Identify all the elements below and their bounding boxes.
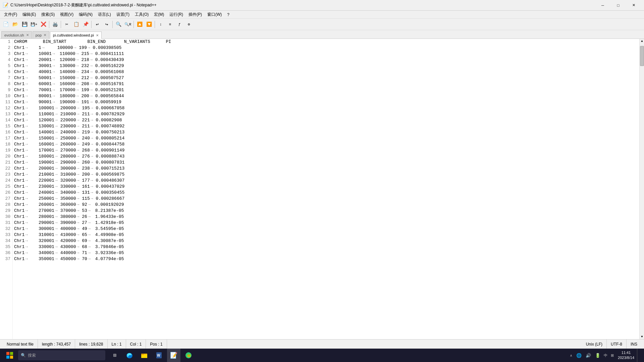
clock-display[interactable]: 11:41 2023/8/14	[616, 349, 636, 362]
cut-button[interactable]: ✂️	[62, 20, 71, 29]
status-ins: INS	[627, 340, 641, 349]
tab-close-icon[interactable]: ✕	[26, 33, 29, 37]
notepadpp-taskbar-icon[interactable]: 📝	[167, 349, 180, 362]
menu-language[interactable]: 语言(L)	[95, 11, 114, 19]
save-all-button[interactable]: 💾+	[30, 20, 38, 29]
tab-other1[interactable]: evolution.sh ✕	[1, 31, 32, 39]
redo-button[interactable]: ↪️	[102, 20, 111, 29]
code-line: Chr1→190001→290000→260→0.000807831	[14, 160, 638, 166]
extra-icon[interactable]: 🐸	[182, 349, 195, 362]
menu-search[interactable]: 搜索(S)	[39, 11, 57, 19]
tray-volume[interactable]: 🔊	[584, 349, 592, 362]
line-number: 35	[1, 244, 10, 250]
tray-ime2[interactable]: ⊞	[609, 349, 615, 362]
code-line: Chr1→120001→220000→221→0.00082908	[14, 117, 638, 123]
tabbar: evolution.sh ✕ pop ✕ pi.cultivated.windo…	[0, 30, 644, 39]
line-number: 8	[1, 81, 10, 87]
search-bar[interactable]: 🔍 搜索	[18, 350, 105, 360]
sys-tray: ∧ 🌐 🔊 🔋 中 ⊞ 11:41 2023/8/14	[569, 349, 643, 362]
line-number: 24	[1, 178, 10, 184]
menu-macro[interactable]: 宏(M)	[151, 11, 167, 19]
close-button-tb[interactable]: ❌	[39, 20, 48, 29]
menu-help[interactable]: ?	[224, 11, 232, 19]
doc-map-button[interactable]: ≡	[166, 20, 174, 29]
sync-scroll-button[interactable]: ↕	[156, 20, 165, 29]
menu-settings[interactable]: 设置(T)	[114, 11, 132, 19]
svg-rect-7	[141, 354, 144, 355]
code-line: Chr1→240001→340000→131→0.000350455	[14, 190, 638, 196]
close-button[interactable]: ✕	[626, 0, 641, 11]
line-numbers: 1234567891011121314151617181920212223242…	[0, 39, 13, 339]
line-number: 11	[1, 99, 10, 105]
tray-battery[interactable]: 🔋	[594, 349, 602, 362]
svg-rect-2	[6, 356, 9, 359]
code-line: Chr1→340001→440000→71→3.92336e-05	[14, 250, 638, 256]
editor-content[interactable]: CHROM BIN_START BIN_END N_VARIANTS PIChr…	[13, 39, 639, 339]
tab-other2[interactable]: pop ✕	[33, 31, 49, 39]
notepadpp-icon: 📝	[170, 352, 177, 359]
paste-button[interactable]: 📌	[81, 20, 90, 29]
word-icon[interactable]: W	[152, 349, 166, 362]
tab-close-icon[interactable]: ✕	[96, 34, 99, 37]
status-lines: lines : 19,628	[75, 340, 107, 349]
line-number: 4	[1, 57, 10, 63]
line-number: 2	[1, 45, 10, 51]
code-line: Chr1→310001→410000→65→4.49908e-05	[14, 232, 638, 238]
tray-network[interactable]: 🌐	[575, 349, 583, 362]
taskview-icon[interactable]: ⊞	[108, 349, 121, 362]
tray-chevron[interactable]: ∧	[569, 349, 574, 362]
code-line: Chr1→1→100000→199→0.000398505	[14, 45, 638, 51]
code-line: Chr1→30001→130000→232→0.000516229	[14, 63, 638, 69]
menu-tools[interactable]: 工具(O)	[132, 11, 151, 19]
line-number: 34	[1, 238, 10, 244]
line-number: 19	[1, 147, 10, 154]
menu-view[interactable]: 视图(V)	[57, 11, 76, 19]
menu-encoding[interactable]: 编码(N)	[76, 11, 95, 19]
menu-plugins[interactable]: 插件(P)	[186, 11, 205, 19]
explorer-icon[interactable]	[138, 349, 151, 362]
scroll-up-arrow[interactable]: ▲	[640, 39, 644, 44]
menu-file[interactable]: 文件(F)	[1, 11, 20, 19]
code-line: CHROM BIN_START BIN_END N_VARIANTS PI	[14, 39, 638, 45]
code-line: Chr1→80001→180000→200→0.000565844	[14, 93, 638, 99]
scroll-down-arrow[interactable]: ▼	[640, 335, 644, 339]
menu-run[interactable]: 运行(R)	[167, 11, 186, 19]
plugin-button[interactable]: ⚙	[184, 20, 193, 29]
copy-button[interactable]: 📋	[72, 20, 80, 29]
code-line: Chr1→180001→280000→276→0.000888743	[14, 154, 638, 160]
find-button[interactable]: 🔍	[114, 20, 123, 29]
open-button[interactable]: 📂	[11, 20, 19, 29]
function-list-button[interactable]: ƒ	[175, 20, 184, 29]
line-number: 25	[1, 184, 10, 190]
edge-icon[interactable]	[123, 349, 136, 362]
minimize-button[interactable]: ─	[595, 0, 610, 11]
maximize-button[interactable]: □	[610, 0, 626, 11]
window-controls: ─ □ ✕	[595, 0, 641, 11]
undo-button[interactable]: ↩️	[93, 20, 102, 29]
taskbar-icons: ⊞ W 📝 🐸	[108, 349, 195, 362]
svg-rect-3	[10, 356, 13, 359]
svg-text:🐸: 🐸	[187, 353, 191, 358]
tray-ime[interactable]: 中	[603, 349, 608, 362]
line-number: 30	[1, 214, 10, 220]
line-number: 27	[1, 196, 10, 202]
tab-active[interactable]: pi.cultivated.windowed.pi ✕	[50, 32, 102, 39]
zoom-in-button[interactable]: 🔼	[135, 20, 144, 29]
show-desktop[interactable]	[637, 349, 640, 362]
line-number: 14	[1, 117, 10, 123]
zoom-out-button[interactable]: 🔽	[145, 20, 153, 29]
new-button[interactable]: 📄	[1, 20, 10, 29]
menu-window[interactable]: 窗口(W)	[205, 11, 224, 19]
app-icon: 📝	[3, 2, 8, 8]
find-replace-button[interactable]: 🔍R	[123, 20, 132, 29]
tab-close-icon[interactable]: ✕	[44, 33, 46, 37]
scroll-thumb[interactable]	[640, 46, 644, 66]
title-text: C:\Users\Hope\Desktop\2018-7-2-黄酮建库\pi.c…	[10, 2, 595, 8]
titlebar: 📝 C:\Users\Hope\Desktop\2018-7-2-黄酮建库\pi…	[0, 0, 644, 11]
save-button[interactable]: 💾	[20, 20, 29, 29]
menu-edit[interactable]: 编辑(E)	[20, 11, 39, 19]
start-button[interactable]	[1, 349, 18, 362]
vertical-scrollbar[interactable]: ▲ ▼	[639, 39, 644, 339]
code-line: Chr1→10001→110000→215→0.000411111	[14, 51, 638, 57]
print-button[interactable]: 🖨️	[51, 20, 59, 29]
